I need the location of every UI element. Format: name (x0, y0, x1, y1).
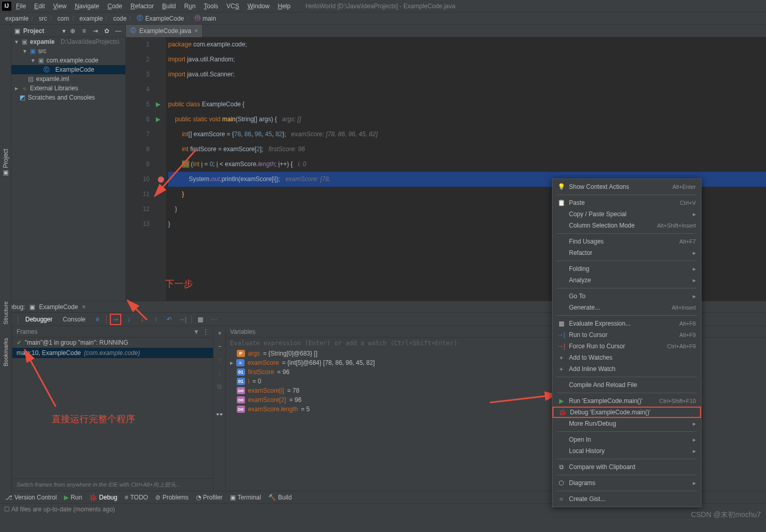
crumb-1[interactable]: src (39, 15, 47, 22)
console-tab[interactable]: Console (59, 314, 90, 325)
todo-tab[interactable]: ≡ TODO (124, 494, 148, 501)
menu-help[interactable]: Help (274, 1, 294, 11)
run-main-icon[interactable]: ▶ (156, 116, 160, 123)
hide-icon[interactable]: — (114, 27, 122, 35)
new-watch-icon[interactable]: ＋ (215, 328, 224, 337)
down-icon[interactable]: ↓ (215, 368, 224, 378)
cm-run-cursor[interactable]: →|Run to CursorAlt+F9 (552, 329, 701, 341)
run-class-icon[interactable]: ▶ (156, 101, 160, 108)
crumb-3[interactable]: example (79, 15, 103, 22)
cm-goto[interactable]: Go To▸ (552, 291, 701, 302)
tree-ext-lib[interactable]: ▸⟐External Libraries (11, 84, 125, 93)
cm-create-gist[interactable]: ○Create Gist... (552, 493, 701, 505)
cm-copy-paste-special[interactable]: Copy / Paste Special▸ (552, 208, 701, 220)
cm-compare-clipboard[interactable]: ⧉Compare with Clipboard (552, 461, 701, 473)
tree-scratches[interactable]: ◩Scratches and Consoles (11, 93, 125, 102)
menu-vcs[interactable]: VCS (223, 1, 243, 11)
cm-evaluate[interactable]: ▦Evaluate Expression...Alt+F8 (552, 318, 701, 329)
cm-folding[interactable]: Folding▸ (552, 263, 701, 275)
vcs-tab[interactable]: ⎇ Version Control (5, 494, 57, 501)
terminal-tab[interactable]: ▣ Terminal (230, 494, 261, 501)
crumb-4[interactable]: code (113, 15, 126, 22)
tree-class[interactable]: Ⓒ ExampleCode (11, 65, 125, 74)
crumb-2[interactable]: com (57, 15, 69, 22)
step-out-icon[interactable]: ↑ (150, 314, 161, 325)
threads-icon[interactable]: ≡ (92, 314, 103, 325)
status-message: All files are up-to-date (moments ago) (11, 506, 115, 513)
project-tool-tab[interactable]: ▣ Project (1, 25, 11, 301)
menu-run[interactable]: Run (181, 1, 199, 11)
annot-next-step: 下一步 (165, 278, 193, 290)
menu-code[interactable]: Code (104, 1, 126, 11)
trace-icon[interactable]: ⋯ (208, 314, 220, 325)
problems-tab[interactable]: ⊘ Problems (155, 494, 189, 501)
menu-build[interactable]: Build (158, 1, 180, 11)
debug-close-icon[interactable]: × (82, 303, 86, 311)
collapse-all-icon[interactable]: ⇥ (91, 27, 100, 35)
menu-edit[interactable]: Edit (30, 1, 48, 11)
cm-find-usages[interactable]: Find UsagesAlt+F7 (552, 236, 701, 247)
cm-column-select[interactable]: Column Selection ModeAlt+Shift+Insert (552, 220, 701, 231)
drop-frame-icon[interactable]: ↶ (164, 314, 175, 325)
cm-run-main[interactable]: ▶Run 'ExampleCode.main()'Ctrl+Shift+F10 (552, 395, 701, 407)
tree-src[interactable]: ▾▣src (11, 46, 125, 56)
cm-paste[interactable]: 📋PasteCtrl+V (552, 197, 701, 208)
force-step-into-icon[interactable]: ↓ (137, 314, 148, 325)
editor-tabs: ⒸExampleCode.java× (126, 25, 766, 37)
settings-icon[interactable]: ✿ (103, 27, 111, 35)
cm-add-inline-watch[interactable]: ＋Add Inline Watch (552, 363, 701, 375)
select-opened-icon[interactable]: ⊕ (69, 27, 77, 35)
cm-diagrams[interactable]: ⬡Diagrams▸ (552, 477, 701, 489)
menu-view[interactable]: View (50, 1, 70, 11)
structure-tab[interactable]: Structure (3, 298, 9, 328)
build-tab[interactable]: 🔨 Build (268, 494, 292, 501)
cm-more-run[interactable]: More Run/Debug▸ (552, 418, 701, 429)
debug-config-name[interactable]: ExampleCode (39, 303, 78, 311)
glasses-icon[interactable]: 👓 (215, 410, 224, 419)
remove-watch-icon[interactable]: － (215, 342, 224, 351)
cm-local-history[interactable]: Local History▸ (552, 445, 701, 457)
run-tab[interactable]: ▶ Run (64, 494, 82, 501)
up-icon[interactable]: ↑ (215, 355, 224, 364)
cm-add-watches[interactable]: ＋Add to Watches (552, 352, 701, 363)
frames-more-icon[interactable]: ⋮ (203, 328, 209, 335)
project-tool-title: Project (23, 27, 59, 35)
close-tab-icon[interactable]: × (194, 27, 198, 35)
tree-pkg[interactable]: ▾▣com.example.code (11, 56, 125, 65)
cm-show-context[interactable]: 💡Show Context ActionsAlt+Enter (552, 181, 701, 192)
cm-compile-reload[interactable]: Compile And Reload File (552, 379, 701, 391)
step-over-icon[interactable]: ⤻ (110, 314, 121, 325)
breadcrumb: expamle〉 src〉 com〉 example〉 code〉 ⒸExamp… (0, 12, 766, 25)
breakpoint-icon[interactable] (158, 176, 164, 183)
editor-tab-example[interactable]: ⒸExampleCode.java× (126, 25, 203, 37)
menu-refactor[interactable]: Refactor (127, 1, 157, 11)
crumb-0[interactable]: expamle (5, 15, 28, 22)
project-tool-window: ▣Project▾ ⊕ ≡ ⇥ ✿ — ▾▣expamle D:\Java\Id… (11, 25, 126, 301)
cm-generate[interactable]: Generate...Alt+Insert (552, 302, 701, 313)
menu-file[interactable]: File (12, 1, 29, 11)
expand-all-icon[interactable]: ≡ (80, 27, 88, 35)
evaluate-icon[interactable]: ▦ (195, 314, 206, 325)
debug-tab[interactable]: 🐞 Debug (89, 494, 117, 501)
tree-root[interactable]: ▾▣expamle D:\Java\IdeaProjects\ (11, 37, 125, 46)
bookmarks-tab[interactable]: Bookmarks (3, 335, 9, 369)
filter-icon[interactable]: ▼ (193, 328, 199, 335)
debugger-tab[interactable]: Debugger (21, 314, 57, 325)
menu-window[interactable]: Window (244, 1, 273, 11)
cm-force-run-cursor[interactable]: →|Force Run to CursorCtrl+Alt+F9 (552, 341, 701, 352)
cm-debug-main[interactable]: 🐞Debug 'ExampleCode.main()' (552, 407, 701, 418)
menu-navigate[interactable]: Navigate (71, 1, 103, 11)
tree-iml[interactable]: ▤expamle.iml (11, 74, 125, 84)
profiler-tab[interactable]: ◔ Profiler (196, 494, 223, 501)
cm-refactor[interactable]: Refactor▸ (552, 247, 701, 259)
menu-tools[interactable]: Tools (200, 1, 222, 11)
copy-icon[interactable]: ⧉ (215, 382, 224, 391)
cm-open-in[interactable]: Open In▸ (552, 434, 701, 445)
frame-row-0[interactable]: main:10, ExampleCode (com.example.code) (12, 348, 213, 358)
run-to-cursor-icon[interactable]: →| (177, 314, 188, 325)
step-into-icon[interactable]: ↓ (123, 314, 135, 325)
crumb-6[interactable]: main (203, 15, 216, 22)
thread-row[interactable]: ✔"main"@1 in group "main": RUNNING (12, 337, 213, 348)
crumb-5[interactable]: ExampleCode (145, 15, 184, 22)
cm-analyze[interactable]: Analyze▸ (552, 275, 701, 286)
